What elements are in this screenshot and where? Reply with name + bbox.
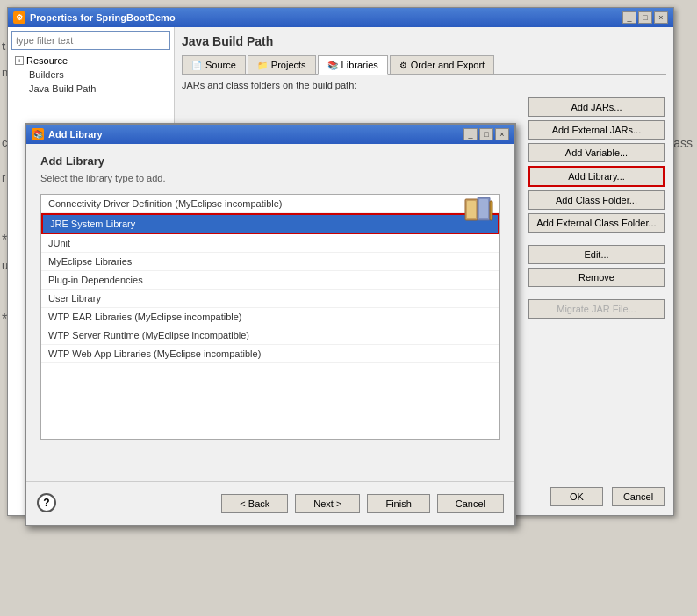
help-button[interactable]: ? [37, 493, 56, 512]
remove-btn[interactable]: Remove [528, 268, 665, 287]
bg-char-ass: ass [673, 136, 693, 150]
tab-libraries[interactable]: 📚 Libraries [318, 55, 388, 75]
add-variable-btn[interactable]: Add Variable... [528, 143, 665, 162]
title-left: ⚙ Properties for SpringBootDemo [13, 11, 176, 24]
dialog-title-text: Add Library [48, 129, 103, 140]
order-export-tab-icon: ⚙ [399, 61, 407, 70]
tree-item-java-build-path[interactable]: Java Build Path [11, 82, 170, 96]
btn-separator2 [528, 290, 665, 296]
bg-char-t: t [2, 39, 5, 53]
add-class-folder-btn[interactable]: Add Class Folder... [528, 190, 665, 210]
lib-item-jre[interactable]: JRE System Library [41, 213, 499, 234]
add-external-jars-btn[interactable]: Add External JARs... [528, 120, 665, 140]
dialog-footer: ? < Back Next > Finish Cancel [26, 481, 514, 525]
tab-order-export[interactable]: ⚙ Order and Export [390, 55, 494, 74]
libraries-tab-icon: 📚 [327, 61, 338, 70]
window-controls: _ □ × [622, 11, 668, 24]
add-library-dialog: 📚 Add Library _ □ × Add Library Select t… [25, 123, 516, 526]
dialog-titlebar: 📚 Add Library _ □ × [26, 125, 514, 144]
bg-char-r: r [2, 171, 5, 184]
tree-label-resource: Resource [26, 55, 68, 66]
dialog-body: Add Library Select the library type to a… [26, 144, 514, 481]
lib-item-plugin-deps[interactable]: Plug-in Dependencies [41, 271, 499, 290]
main-ok-cancel: OK Cancel [550, 487, 665, 506]
lib-item-connectivity[interactable]: Connectivity Driver Definition (MyEclips… [41, 195, 499, 213]
add-jars-btn[interactable]: Add JARs... [528, 97, 665, 117]
back-button[interactable]: < Back [221, 494, 288, 513]
tab-projects-label: Projects [271, 60, 306, 70]
source-tab-icon: 📄 [191, 61, 202, 70]
expand-icon: + [15, 56, 24, 65]
svg-rect-1 [467, 201, 476, 218]
library-icon [462, 192, 497, 227]
tab-libraries-label: Libraries [341, 60, 378, 70]
dialog-title-left: 📚 Add Library [32, 128, 103, 140]
tree-label-builders: Builders [29, 69, 64, 80]
tab-order-export-label: Order and Export [411, 60, 485, 70]
main-cancel-btn[interactable]: Cancel [612, 487, 665, 506]
add-external-class-folder-btn[interactable]: Add External Class Folder... [528, 213, 665, 233]
svg-rect-3 [479, 199, 488, 218]
add-library-btn[interactable]: Add Library... [528, 166, 665, 187]
dialog-minimize-btn[interactable]: _ [463, 128, 478, 140]
lib-item-wtp-webapp[interactable]: WTP Web App Libraries (MyEclipse incompa… [41, 345, 499, 363]
dialog-close-btn[interactable]: × [495, 128, 509, 140]
lib-item-junit[interactable]: JUnit [41, 234, 499, 253]
dialog-heading: Add Library [40, 154, 500, 168]
lib-item-myeclipse[interactable]: MyEclipse Libraries [41, 253, 499, 271]
title-icon: ⚙ [13, 11, 25, 24]
next-button[interactable]: Next > [295, 494, 360, 513]
close-btn[interactable]: × [654, 11, 668, 24]
dialog-controls: _ □ × [463, 128, 509, 140]
tree-item-builders[interactable]: Builders [11, 68, 170, 82]
btn-separator [528, 236, 665, 241]
projects-tab-icon: 📁 [257, 61, 268, 70]
library-list[interactable]: Connectivity Driver Definition (MyEclips… [40, 194, 500, 440]
dialog-cancel-button[interactable]: Cancel [437, 494, 504, 513]
dialog-help-area: ? [37, 493, 56, 512]
migrate-jar-btn[interactable]: Migrate JAR File... [528, 299, 665, 319]
tab-projects[interactable]: 📁 Projects [248, 55, 316, 74]
tab-source[interactable]: 📄 Source [182, 55, 246, 74]
lib-item-wtp-ear[interactable]: WTP EAR Libraries (MyEclipse incompatibl… [41, 308, 499, 326]
finish-button[interactable]: Finish [367, 494, 429, 513]
filter-input[interactable] [11, 31, 170, 50]
main-ok-btn[interactable]: OK [550, 487, 603, 506]
svg-rect-4 [490, 201, 492, 220]
main-window-title: Properties for SpringBootDemo [30, 12, 176, 23]
panel-title: Java Build Path [182, 34, 666, 48]
tree-label-java-build-path: Java Build Path [29, 83, 96, 94]
maximize-btn[interactable]: □ [638, 11, 652, 24]
minimize-btn[interactable]: _ [622, 11, 636, 24]
dialog-title-icon: 📚 [32, 128, 44, 140]
action-buttons-panel: Add JARs... Add External JARs... Add Var… [528, 97, 665, 319]
tabs-bar: 📄 Source 📁 Projects 📚 Libraries ⚙ Order … [182, 55, 666, 75]
main-titlebar: ⚙ Properties for SpringBootDemo _ □ × [8, 8, 673, 27]
tab-source-label: Source [205, 60, 236, 70]
lib-item-user-library[interactable]: User Library [41, 290, 499, 308]
dialog-maximize-btn[interactable]: □ [479, 128, 493, 140]
lib-item-wtp-server[interactable]: WTP Server Runtime (MyEclipse incompatib… [41, 326, 499, 345]
dialog-subtitle: Select the library type to add. [40, 173, 500, 183]
tree-item-resource[interactable]: + Resource [11, 54, 170, 68]
build-path-text: JARs and class folders on the build path… [182, 80, 666, 90]
edit-btn[interactable]: Edit... [528, 245, 665, 264]
